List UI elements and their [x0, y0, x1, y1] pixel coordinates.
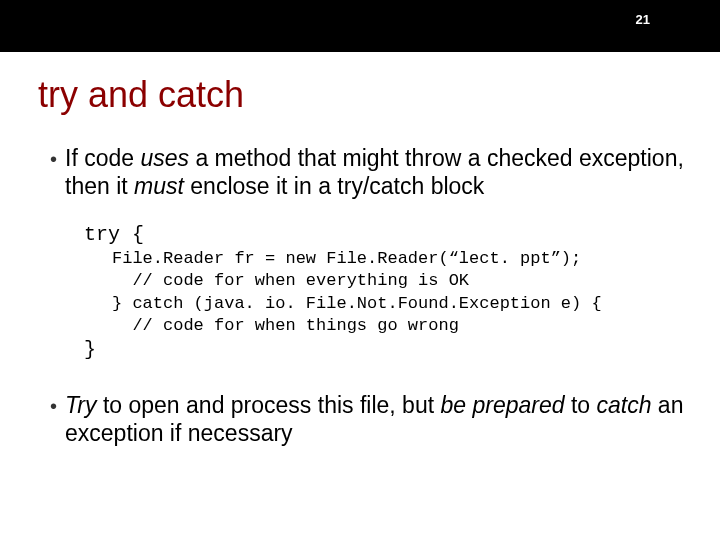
slide-header: 21 — [0, 0, 720, 52]
b2-try: Try — [65, 392, 97, 418]
b1-uses: uses — [140, 145, 189, 171]
bullet2-text: Try to open and process this file, but b… — [65, 391, 684, 447]
b2-catch: catch — [596, 392, 651, 418]
bullet-item-2: • Try to open and process this file, but… — [50, 391, 684, 447]
b2-mid1: to open and process this file, but — [97, 392, 441, 418]
b2-beprep: be prepared — [440, 392, 564, 418]
code-line-4: // code for when things go wrong — [112, 315, 684, 337]
code-try: try { — [84, 222, 684, 248]
bullet-item-1: • If code uses a method that might throw… — [50, 144, 684, 200]
b1-mid2: enclose it in a try/catch block — [184, 173, 484, 199]
b1-must: must — [134, 173, 184, 199]
slide-content: • If code uses a method that might throw… — [50, 144, 684, 447]
slide-title: try and catch — [38, 74, 720, 116]
code-line-2: // code for when everything is OK — [112, 270, 684, 292]
code-block: try { File.Reader fr = new File.Reader(“… — [84, 222, 684, 363]
bullet-dot-icon: • — [50, 393, 57, 419]
bullet1-text: If code uses a method that might throw a… — [65, 144, 684, 200]
code-line-3: } catch (java. io. File.Not.Found.Except… — [112, 293, 684, 315]
code-line-1: File.Reader fr = new File.Reader(“lect. … — [112, 248, 684, 270]
page-number: 21 — [636, 12, 650, 27]
b2-mid2: to — [565, 392, 597, 418]
b1-pre: If code — [65, 145, 140, 171]
code-close: } — [84, 337, 684, 363]
code-body: File.Reader fr = new File.Reader(“lect. … — [112, 248, 684, 338]
bullet-dot-icon: • — [50, 146, 57, 172]
